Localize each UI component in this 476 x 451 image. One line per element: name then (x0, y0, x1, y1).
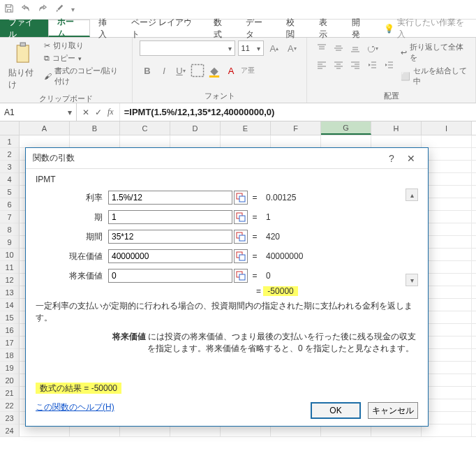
row-header[interactable]: 7 (0, 211, 20, 223)
underline-button[interactable]: U▾ (173, 63, 188, 78)
tab-home[interactable]: ホーム (48, 20, 90, 37)
row-header[interactable]: 16 (0, 324, 20, 337)
column-header[interactable]: H (371, 121, 422, 135)
help-icon[interactable]: ? (382, 150, 401, 167)
fx-icon[interactable]: fx (107, 107, 114, 117)
row-header[interactable]: 6 (0, 198, 20, 211)
row-header[interactable]: 20 (0, 374, 20, 387)
cut-button[interactable]: ✂切り取り (44, 40, 125, 51)
argument-input[interactable] (108, 269, 232, 283)
tab-developer[interactable]: 開発 (343, 20, 376, 37)
align-top-icon[interactable] (314, 40, 329, 56)
tab-tellme[interactable]: 💡実行したい作業を入 (375, 20, 476, 37)
format-painter-button[interactable]: 🖌書式のコピー/貼り付け (44, 66, 125, 87)
fill-color-button[interactable] (207, 63, 222, 78)
row-header[interactable]: 4 (0, 173, 20, 186)
range-selector-icon[interactable] (234, 230, 248, 244)
args-scrollbar[interactable]: ▴ ▾ (406, 188, 418, 286)
paste-button[interactable]: 貼り付け (7, 40, 40, 92)
row-header[interactable]: 19 (0, 362, 20, 374)
column-header[interactable]: B (70, 121, 120, 135)
align-center-icon[interactable] (331, 57, 346, 73)
tab-data[interactable]: データ (237, 20, 278, 37)
cancel-button[interactable]: キャンセル (368, 402, 418, 419)
copy-button[interactable]: ⧉コピー ▾ (44, 53, 125, 64)
row-header[interactable]: 11 (0, 261, 20, 274)
row-header[interactable]: 15 (0, 311, 20, 324)
column-header[interactable]: F (271, 121, 321, 135)
phonetic-button[interactable]: ア亜 (240, 63, 255, 78)
argument-input[interactable] (108, 249, 232, 263)
row-header[interactable]: 8 (0, 223, 20, 236)
argument-row: 期=1 (36, 208, 418, 226)
column-header[interactable]: C (120, 121, 170, 135)
row-header[interactable]: 5 (0, 186, 20, 198)
customize-qat-icon[interactable]: ▾ (71, 6, 75, 13)
merge-button[interactable]: ⬜セルを結合して中 (401, 66, 468, 87)
bold-button[interactable]: B (140, 63, 155, 78)
formula-input[interactable]: =IPMT(1.5%/12,1,35*12,40000000,0) (120, 103, 476, 121)
border-button[interactable] (190, 63, 205, 78)
range-selector-icon[interactable] (234, 249, 248, 263)
row-header[interactable]: 14 (0, 299, 20, 311)
column-header[interactable]: A (20, 121, 70, 135)
row-header[interactable]: 1 (0, 135, 20, 148)
range-selector-icon[interactable] (234, 191, 248, 205)
column-header[interactable]: G (321, 121, 371, 135)
close-icon[interactable]: ✕ (401, 150, 421, 167)
increase-indent-icon[interactable] (381, 57, 396, 73)
name-box[interactable]: A1 (0, 103, 77, 121)
row-header[interactable]: 10 (0, 249, 20, 261)
tab-formulas[interactable]: 数式 (205, 20, 238, 37)
tab-view[interactable]: 表示 (311, 20, 343, 37)
font-color-button[interactable]: A (223, 63, 239, 78)
argument-input[interactable] (108, 210, 232, 224)
undo-icon[interactable] (21, 3, 31, 15)
argument-input[interactable] (108, 230, 232, 244)
svg-rect-32 (239, 196, 245, 202)
cancel-formula-icon[interactable]: ✕ (82, 108, 89, 117)
column-header[interactable]: E (221, 121, 271, 135)
italic-button[interactable]: I (156, 63, 172, 78)
align-right-icon[interactable] (348, 57, 363, 73)
tab-file[interactable]: ファイル (0, 20, 48, 37)
tab-insert[interactable]: 挿入 (90, 20, 123, 37)
range-selector-icon[interactable] (234, 269, 248, 283)
row-header[interactable]: 24 (0, 424, 20, 437)
decrease-font-icon[interactable]: A▾ (285, 40, 299, 56)
row-header[interactable]: 9 (0, 236, 20, 249)
ok-button[interactable]: OK (311, 402, 361, 419)
font-name-combo[interactable] (140, 40, 235, 56)
save-icon[interactable] (4, 3, 14, 15)
row-header[interactable]: 17 (0, 337, 20, 349)
row-header[interactable]: 13 (0, 286, 20, 299)
tab-review[interactable]: 校閲 (278, 20, 311, 37)
argument-input[interactable] (108, 191, 232, 205)
row-header[interactable]: 18 (0, 349, 20, 362)
row-header[interactable]: 2 (0, 148, 20, 161)
range-selector-icon[interactable] (234, 210, 248, 224)
column-header[interactable]: I (422, 121, 472, 135)
redo-icon[interactable] (38, 3, 47, 15)
column-header[interactable]: D (170, 121, 221, 135)
align-bottom-icon[interactable] (348, 40, 363, 56)
dialog-titlebar[interactable]: 関数の引数 ? ✕ (26, 148, 428, 169)
wrap-text-button[interactable]: ↩折り返して全体を (401, 42, 468, 63)
row-header[interactable]: 23 (0, 412, 20, 424)
row-header[interactable]: 12 (0, 274, 20, 286)
increase-font-icon[interactable]: A▴ (267, 40, 281, 56)
scroll-up-icon[interactable]: ▴ (406, 188, 418, 201)
align-left-icon[interactable] (314, 57, 329, 73)
tab-pagelayout[interactable]: ページ レイアウト (123, 20, 205, 37)
align-middle-icon[interactable] (331, 40, 346, 56)
decrease-indent-icon[interactable] (364, 57, 380, 73)
brush-icon[interactable] (54, 3, 64, 15)
row-header[interactable]: 21 (0, 387, 20, 399)
select-all-corner[interactable] (0, 121, 20, 135)
orientation-icon[interactable]: ⭯▾ (364, 40, 380, 56)
scroll-down-icon[interactable]: ▾ (406, 274, 418, 286)
row-header[interactable]: 3 (0, 161, 20, 173)
enter-formula-icon[interactable]: ✓ (95, 108, 102, 117)
row-header[interactable]: 22 (0, 399, 20, 412)
font-size-combo[interactable]: 11 (238, 40, 265, 56)
